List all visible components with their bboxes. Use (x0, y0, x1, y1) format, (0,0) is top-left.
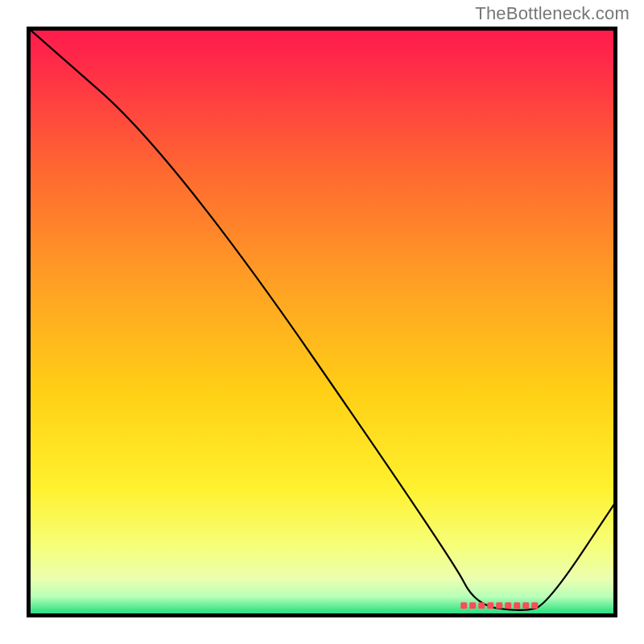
optimum-marker-region (460, 602, 538, 609)
optimum-marker-dot (496, 602, 502, 609)
bottleneck-chart (0, 0, 644, 644)
chart-container: TheBottleneck.com (0, 0, 644, 644)
optimum-marker-dot (514, 602, 520, 609)
optimum-marker-dot (460, 602, 467, 609)
optimum-marker-dot (522, 602, 529, 609)
optimum-marker-dot (469, 602, 476, 609)
plot-area (27, 27, 617, 617)
optimum-marker-dot (531, 602, 538, 609)
gradient-background (27, 27, 617, 617)
optimum-marker-dot (478, 602, 485, 609)
optimum-marker-dot (505, 602, 511, 609)
optimum-marker-dot (487, 602, 493, 609)
watermark-text: TheBottleneck.com (475, 3, 630, 24)
